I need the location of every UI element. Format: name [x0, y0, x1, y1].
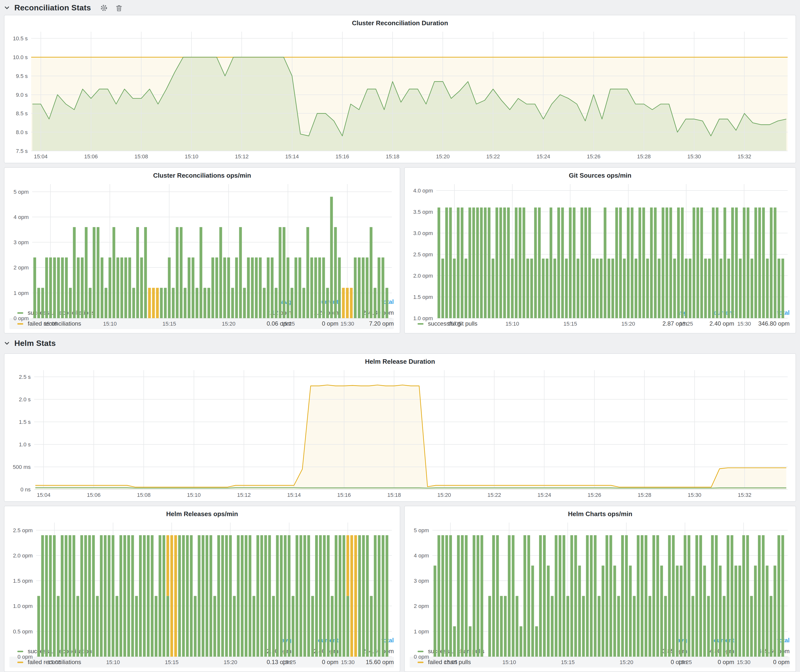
svg-text:15:06: 15:06 [87, 492, 101, 498]
section-title: Helm Stats [14, 339, 56, 348]
svg-text:4.0 opm: 4.0 opm [413, 187, 433, 194]
svg-text:15:20: 15:20 [436, 154, 450, 160]
git-sources-plot[interactable]: 1.0 opm1.5 opm2.0 opm2.5 opm3.0 opm3.5 o… [409, 182, 792, 306]
svg-text:15:05: 15:05 [448, 321, 461, 327]
svg-text:1.5 opm: 1.5 opm [413, 294, 433, 300]
svg-text:15:30: 15:30 [341, 659, 355, 665]
svg-text:15:20: 15:20 [620, 659, 633, 665]
svg-text:1.5 opm: 1.5 opm [13, 578, 33, 584]
panel-row-opm: Cluster Reconciliations ops/min 0 opm1 o… [4, 167, 796, 334]
svg-text:10.5 s: 10.5 s [13, 35, 28, 42]
row-header-helm-stats[interactable]: Helm Stats [4, 334, 796, 353]
cluster-reconciliation-duration-plot[interactable]: 7.5 s8.0 s8.5 s9.0 s9.5 s10.0 s10.5 s15:… [8, 29, 792, 161]
panel-title[interactable]: Git Sources ops/min [409, 170, 792, 182]
chevron-down-icon[interactable] [4, 5, 10, 11]
svg-text:2.0 opm: 2.0 opm [13, 552, 33, 559]
svg-text:15:25: 15:25 [679, 321, 693, 327]
svg-text:15:10: 15:10 [187, 492, 201, 498]
svg-text:1.0 opm: 1.0 opm [413, 315, 433, 322]
svg-text:9.0 s: 9.0 s [16, 92, 28, 98]
svg-text:15:30: 15:30 [688, 492, 701, 498]
panel-title[interactable]: Helm Charts ops/min [409, 508, 792, 520]
chart-svg: 7.5 s8.0 s8.5 s9.0 s9.5 s10.0 s10.5 s15:… [8, 29, 792, 161]
svg-text:15:04: 15:04 [37, 492, 50, 498]
svg-text:0 ns: 0 ns [20, 486, 31, 493]
svg-text:0.5 opm: 0.5 opm [13, 629, 33, 635]
helm-release-duration-plot[interactable]: 0 ns500 ms1.0 s1.5 s2.0 s2.5 s15:0415:06… [8, 368, 792, 499]
svg-text:15:05: 15:05 [444, 659, 458, 665]
svg-text:15:12: 15:12 [237, 492, 251, 498]
svg-text:15:26: 15:26 [587, 154, 600, 160]
svg-text:3.0 opm: 3.0 opm [413, 230, 433, 236]
svg-text:9.5 s: 9.5 s [16, 73, 28, 79]
cluster-reconciliations-plot[interactable]: 0 opm1 opm2 opm3 opm4 opm5 opm15:0515:10… [8, 182, 396, 295]
svg-text:15:20: 15:20 [222, 321, 235, 327]
svg-text:15:10: 15:10 [506, 321, 519, 327]
svg-text:1 opm: 1 opm [14, 290, 29, 296]
svg-text:15:10: 15:10 [103, 321, 117, 327]
svg-text:15:25: 15:25 [678, 659, 692, 665]
svg-text:15:25: 15:25 [281, 321, 295, 327]
svg-text:10.0 s: 10.0 s [13, 54, 28, 60]
svg-text:2.0 s: 2.0 s [19, 396, 31, 403]
row-header-reconciliation-stats[interactable]: Reconciliation Stats [4, 1, 796, 15]
svg-text:15:18: 15:18 [386, 154, 399, 160]
svg-text:3.5 opm: 3.5 opm [413, 209, 433, 215]
svg-text:500 ms: 500 ms [13, 464, 31, 470]
svg-text:1.0 opm: 1.0 opm [13, 603, 33, 609]
svg-text:15:24: 15:24 [536, 154, 550, 160]
chart-svg: 0 opm0.5 opm1.0 opm1.5 opm2.0 opm2.5 opm… [8, 520, 396, 667]
svg-text:15:25: 15:25 [282, 659, 296, 665]
trash-icon[interactable] [115, 4, 123, 12]
svg-text:15:28: 15:28 [638, 492, 651, 498]
svg-text:15:16: 15:16 [336, 154, 349, 160]
svg-text:1 opm: 1 opm [414, 629, 429, 635]
svg-text:5 opm: 5 opm [14, 189, 29, 195]
chart-svg: 0 opm1 opm2 opm3 opm4 opm5 opm15:0515:10… [409, 520, 792, 667]
chevron-down-icon[interactable] [4, 341, 10, 346]
svg-text:3 opm: 3 opm [414, 578, 429, 584]
svg-text:15:30: 15:30 [738, 321, 751, 327]
svg-text:15:10: 15:10 [185, 154, 198, 160]
panel-cluster-reconciliations-opm: Cluster Reconciliations ops/min 0 opm1 o… [4, 167, 400, 334]
svg-text:15:12: 15:12 [235, 154, 249, 160]
svg-text:15:30: 15:30 [341, 321, 354, 327]
svg-text:15:14: 15:14 [285, 154, 299, 160]
panel-helm-charts-opm: Helm Charts ops/min 0 opm1 opm2 opm3 opm… [404, 506, 796, 672]
svg-text:15:15: 15:15 [163, 321, 176, 327]
helm-charts-plot[interactable]: 0 opm1 opm2 opm3 opm4 opm5 opm15:0515:10… [409, 520, 792, 634]
chart-svg: 0 opm1 opm2 opm3 opm4 opm5 opm15:0515:10… [8, 182, 396, 328]
svg-text:4 opm: 4 opm [414, 552, 429, 559]
svg-text:15:08: 15:08 [134, 154, 148, 160]
svg-text:15:08: 15:08 [137, 492, 150, 498]
svg-text:4 opm: 4 opm [14, 214, 29, 220]
svg-text:15:30: 15:30 [688, 154, 701, 160]
svg-text:7.5 s: 7.5 s [16, 148, 28, 154]
panel-title[interactable]: Helm Release Duration [8, 356, 792, 368]
svg-text:1.5 s: 1.5 s [19, 419, 31, 425]
svg-text:1.0 s: 1.0 s [19, 442, 31, 448]
svg-text:2.5 s: 2.5 s [19, 374, 31, 380]
panel-title[interactable]: Cluster Reconciliations ops/min [8, 170, 396, 182]
svg-text:2 opm: 2 opm [414, 603, 429, 609]
gear-icon[interactable] [100, 4, 108, 12]
svg-text:15:30: 15:30 [737, 659, 750, 665]
panel-git-sources-opm: Git Sources ops/min 1.0 opm1.5 opm2.0 op… [404, 167, 796, 334]
svg-text:15:28: 15:28 [637, 154, 651, 160]
panel-title[interactable]: Helm Releases ops/min [8, 508, 396, 520]
panel-helm-release-duration: Helm Release Duration 0 ns500 ms1.0 s1.5… [4, 353, 796, 502]
svg-text:15:04: 15:04 [34, 154, 48, 160]
svg-text:15:20: 15:20 [224, 659, 237, 665]
panel-title[interactable]: Cluster Reconciliation Duration [8, 17, 792, 29]
chart-svg: 1.0 opm1.5 opm2.0 opm2.5 opm3.0 opm3.5 o… [409, 182, 792, 328]
svg-text:8.5 s: 8.5 s [16, 110, 28, 117]
svg-text:15:05: 15:05 [44, 321, 58, 327]
svg-text:15:15: 15:15 [561, 659, 574, 665]
svg-text:15:10: 15:10 [106, 659, 120, 665]
panel-row-helm-opm: Helm Releases ops/min 0 opm0.5 opm1.0 op… [4, 506, 796, 672]
svg-text:15:15: 15:15 [165, 659, 179, 665]
helm-releases-plot[interactable]: 0 opm0.5 opm1.0 opm1.5 opm2.0 opm2.5 opm… [8, 520, 396, 634]
svg-text:15:26: 15:26 [587, 492, 601, 498]
panel-cluster-reconciliation-duration: Cluster Reconciliation Duration 7.5 s8.0… [4, 15, 796, 163]
panel-helm-releases-opm: Helm Releases ops/min 0 opm0.5 opm1.0 op… [4, 506, 400, 672]
